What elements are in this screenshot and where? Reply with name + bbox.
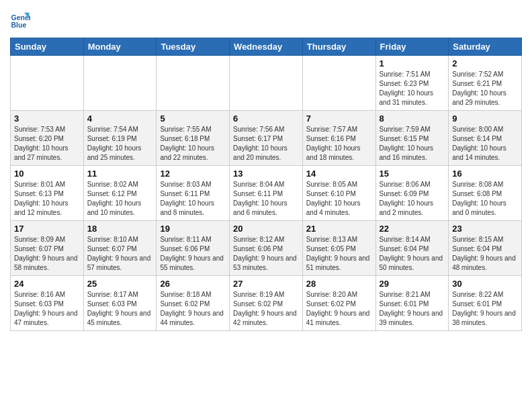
day-number: 6 xyxy=(233,113,299,124)
weekday-header-friday: Friday xyxy=(375,38,449,56)
calendar-cell: 20Sunrise: 8:12 AM Sunset: 6:06 PM Dayli… xyxy=(230,221,303,276)
weekday-header-saturday: Saturday xyxy=(449,38,522,56)
calendar-cell: 21Sunrise: 8:13 AM Sunset: 6:05 PM Dayli… xyxy=(302,221,375,276)
calendar-cell: 13Sunrise: 8:04 AM Sunset: 6:11 PM Dayli… xyxy=(230,166,303,221)
day-number: 27 xyxy=(233,279,299,289)
calendar-cell xyxy=(302,56,375,111)
day-number: 19 xyxy=(160,224,226,234)
calendar-cell: 25Sunrise: 8:17 AM Sunset: 6:03 PM Dayli… xyxy=(83,276,157,331)
calendar-cell: 18Sunrise: 8:10 AM Sunset: 6:07 PM Dayli… xyxy=(83,221,157,276)
calendar-cell: 11Sunrise: 8:02 AM Sunset: 6:12 PM Dayli… xyxy=(83,166,157,221)
calendar-cell: 22Sunrise: 8:14 AM Sunset: 6:04 PM Dayli… xyxy=(375,221,449,276)
day-info: Sunrise: 8:18 AM Sunset: 6:02 PM Dayligh… xyxy=(160,290,226,328)
day-info: Sunrise: 7:55 AM Sunset: 6:18 PM Dayligh… xyxy=(160,125,226,163)
day-info: Sunrise: 7:59 AM Sunset: 6:15 PM Dayligh… xyxy=(380,125,445,163)
calendar-table: SundayMondayTuesdayWednesdayThursdayFrid… xyxy=(10,38,522,331)
calendar-cell: 28Sunrise: 8:20 AM Sunset: 6:02 PM Dayli… xyxy=(302,276,375,331)
calendar-cell: 29Sunrise: 8:21 AM Sunset: 6:01 PM Dayli… xyxy=(375,276,449,331)
day-info: Sunrise: 7:54 AM Sunset: 6:19 PM Dayligh… xyxy=(87,125,153,163)
day-info: Sunrise: 8:00 AM Sunset: 6:14 PM Dayligh… xyxy=(452,125,518,163)
day-number: 12 xyxy=(160,169,226,179)
calendar-cell: 3Sunrise: 7:53 AM Sunset: 6:20 PM Daylig… xyxy=(11,111,84,166)
day-info: Sunrise: 7:57 AM Sunset: 6:16 PM Dayligh… xyxy=(306,125,372,163)
calendar-cell: 24Sunrise: 8:16 AM Sunset: 6:03 PM Dayli… xyxy=(11,276,84,331)
day-info: Sunrise: 7:51 AM Sunset: 6:23 PM Dayligh… xyxy=(380,70,445,107)
calendar-cell: 5Sunrise: 7:55 AM Sunset: 6:18 PM Daylig… xyxy=(157,111,230,166)
day-number: 18 xyxy=(87,224,153,234)
calendar-cell: 6Sunrise: 7:56 AM Sunset: 6:17 PM Daylig… xyxy=(230,111,303,166)
day-number: 21 xyxy=(306,224,372,234)
day-info: Sunrise: 8:06 AM Sunset: 6:09 PM Dayligh… xyxy=(380,180,445,218)
logo: General Blue xyxy=(10,10,32,30)
day-number: 30 xyxy=(452,279,518,289)
day-number: 15 xyxy=(380,169,445,179)
day-info: Sunrise: 8:20 AM Sunset: 6:02 PM Dayligh… xyxy=(306,290,372,328)
day-info: Sunrise: 8:21 AM Sunset: 6:01 PM Dayligh… xyxy=(380,290,445,328)
calendar-cell: 9Sunrise: 8:00 AM Sunset: 6:14 PM Daylig… xyxy=(449,111,522,166)
calendar-cell: 1Sunrise: 7:51 AM Sunset: 6:23 PM Daylig… xyxy=(375,56,449,111)
weekday-header-row: SundayMondayTuesdayWednesdayThursdayFrid… xyxy=(11,38,522,56)
day-number: 3 xyxy=(14,113,80,124)
day-number: 26 xyxy=(160,279,226,289)
calendar-cell: 30Sunrise: 8:22 AM Sunset: 6:01 PM Dayli… xyxy=(449,276,522,331)
calendar-cell: 23Sunrise: 8:15 AM Sunset: 6:04 PM Dayli… xyxy=(449,221,522,276)
weekday-header-wednesday: Wednesday xyxy=(230,38,303,56)
day-info: Sunrise: 8:17 AM Sunset: 6:03 PM Dayligh… xyxy=(87,290,153,328)
day-number: 24 xyxy=(14,279,80,289)
calendar-cell: 27Sunrise: 8:19 AM Sunset: 6:02 PM Dayli… xyxy=(230,276,303,331)
day-number: 4 xyxy=(87,113,153,124)
day-info: Sunrise: 8:05 AM Sunset: 6:10 PM Dayligh… xyxy=(306,180,372,218)
day-info: Sunrise: 8:14 AM Sunset: 6:04 PM Dayligh… xyxy=(380,235,445,273)
day-info: Sunrise: 8:04 AM Sunset: 6:11 PM Dayligh… xyxy=(233,180,299,218)
calendar-cell: 2Sunrise: 7:52 AM Sunset: 6:21 PM Daylig… xyxy=(449,56,522,111)
calendar-week-row: 10Sunrise: 8:01 AM Sunset: 6:13 PM Dayli… xyxy=(11,166,522,221)
day-number: 10 xyxy=(14,169,80,179)
day-number: 14 xyxy=(306,169,372,179)
day-info: Sunrise: 8:02 AM Sunset: 6:12 PM Dayligh… xyxy=(87,180,153,218)
calendar-cell: 17Sunrise: 8:09 AM Sunset: 6:07 PM Dayli… xyxy=(11,221,84,276)
day-info: Sunrise: 7:52 AM Sunset: 6:21 PM Dayligh… xyxy=(452,70,518,107)
day-info: Sunrise: 8:22 AM Sunset: 6:01 PM Dayligh… xyxy=(452,290,518,328)
day-info: Sunrise: 8:15 AM Sunset: 6:04 PM Dayligh… xyxy=(452,235,518,273)
day-number: 11 xyxy=(87,169,153,179)
day-number: 8 xyxy=(380,113,445,124)
calendar-cell: 8Sunrise: 7:59 AM Sunset: 6:15 PM Daylig… xyxy=(375,111,449,166)
day-info: Sunrise: 8:12 AM Sunset: 6:06 PM Dayligh… xyxy=(233,235,299,273)
calendar-cell xyxy=(83,56,157,111)
day-number: 20 xyxy=(233,224,299,234)
day-info: Sunrise: 8:10 AM Sunset: 6:07 PM Dayligh… xyxy=(87,235,153,273)
day-info: Sunrise: 7:53 AM Sunset: 6:20 PM Dayligh… xyxy=(14,125,80,163)
day-number: 9 xyxy=(452,113,518,124)
day-number: 29 xyxy=(380,279,445,289)
calendar-cell: 10Sunrise: 8:01 AM Sunset: 6:13 PM Dayli… xyxy=(11,166,84,221)
weekday-header-tuesday: Tuesday xyxy=(157,38,230,56)
day-info: Sunrise: 8:13 AM Sunset: 6:05 PM Dayligh… xyxy=(306,235,372,273)
day-info: Sunrise: 8:01 AM Sunset: 6:13 PM Dayligh… xyxy=(14,180,80,218)
day-info: Sunrise: 8:08 AM Sunset: 6:08 PM Dayligh… xyxy=(452,180,518,218)
calendar-cell xyxy=(157,56,230,111)
weekday-header-sunday: Sunday xyxy=(11,38,84,56)
day-info: Sunrise: 8:11 AM Sunset: 6:06 PM Dayligh… xyxy=(160,235,226,273)
calendar-cell: 12Sunrise: 8:03 AM Sunset: 6:11 PM Dayli… xyxy=(157,166,230,221)
weekday-header-monday: Monday xyxy=(83,38,157,56)
day-info: Sunrise: 8:19 AM Sunset: 6:02 PM Dayligh… xyxy=(233,290,299,328)
calendar-cell: 15Sunrise: 8:06 AM Sunset: 6:09 PM Dayli… xyxy=(375,166,449,221)
day-number: 22 xyxy=(380,224,445,234)
day-info: Sunrise: 8:09 AM Sunset: 6:07 PM Dayligh… xyxy=(14,235,80,273)
day-number: 5 xyxy=(160,113,226,124)
day-number: 13 xyxy=(233,169,299,179)
calendar-cell xyxy=(230,56,303,111)
calendar-cell: 26Sunrise: 8:18 AM Sunset: 6:02 PM Dayli… xyxy=(157,276,230,331)
day-number: 23 xyxy=(452,224,518,234)
day-info: Sunrise: 8:03 AM Sunset: 6:11 PM Dayligh… xyxy=(160,180,226,218)
calendar-cell: 4Sunrise: 7:54 AM Sunset: 6:19 PM Daylig… xyxy=(83,111,157,166)
calendar-cell: 16Sunrise: 8:08 AM Sunset: 6:08 PM Dayli… xyxy=(449,166,522,221)
day-number: 17 xyxy=(14,224,80,234)
calendar-cell: 14Sunrise: 8:05 AM Sunset: 6:10 PM Dayli… xyxy=(302,166,375,221)
day-number: 7 xyxy=(306,113,372,124)
calendar-cell: 19Sunrise: 8:11 AM Sunset: 6:06 PM Dayli… xyxy=(157,221,230,276)
svg-text:Blue: Blue xyxy=(11,21,27,29)
calendar-week-row: 17Sunrise: 8:09 AM Sunset: 6:07 PM Dayli… xyxy=(11,221,522,276)
day-number: 28 xyxy=(306,279,372,289)
day-info: Sunrise: 7:56 AM Sunset: 6:17 PM Dayligh… xyxy=(233,125,299,163)
